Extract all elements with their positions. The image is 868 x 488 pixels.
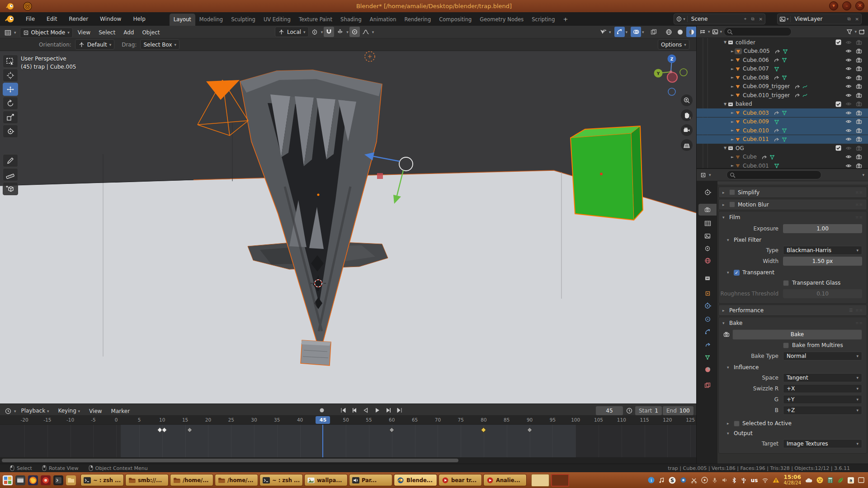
outliner-row-cube-007[interactable]: ► Cube.007: [697, 65, 868, 73]
object-name[interactable]: Cube.008: [743, 75, 769, 81]
subpanel-pixel-filter[interactable]: ▾Pixel Filter: [719, 235, 867, 244]
rotate-tool[interactable]: [3, 97, 18, 110]
properties-tab-output[interactable]: [698, 217, 717, 229]
tab-geometry-nodes[interactable]: Geometry Nodes: [476, 14, 528, 26]
skype-icon[interactable]: S: [669, 477, 676, 484]
properties-tab-texture[interactable]: [698, 379, 717, 391]
clock[interactable]: 15:064/28/24: [783, 474, 801, 486]
outliner-row-cube-009[interactable]: ► Cube.009: [697, 117, 868, 126]
taskbar-window-blende[interactable]: Blende...: [394, 474, 437, 486]
filter-type-dropdown[interactable]: Blackman-Harris▾: [783, 246, 862, 255]
object-name[interactable]: Cube.005: [744, 48, 770, 54]
shading-wireframe-icon[interactable]: [664, 27, 674, 37]
transparent-glass-checkbox[interactable]: [783, 280, 789, 286]
disable-in-render-icon[interactable]: [856, 119, 862, 124]
menu-edit[interactable]: Edit: [41, 12, 63, 26]
mode-dropdown[interactable]: Object Mode▾: [20, 28, 73, 38]
filter-width-field[interactable]: 1.50 px: [783, 257, 862, 266]
hide-collection-icon[interactable]: [845, 40, 852, 45]
menu-marker[interactable]: Marker: [107, 405, 134, 417]
outliner-row-cube-010-trigger[interactable]: ► Cube.010_trigger: [697, 91, 868, 99]
tab-rendering[interactable]: Rendering: [400, 14, 435, 26]
show-object-types-icon[interactable]: [598, 27, 608, 37]
object-name[interactable]: OG: [736, 145, 744, 151]
jump-to-end-button[interactable]: [394, 405, 405, 415]
proportional-editing-icon[interactable]: [349, 27, 360, 37]
panel-motion-blur[interactable]: ▸ Motion Blur⁙⁙: [718, 199, 867, 210]
minimize-button[interactable]: ▾: [829, 1, 838, 10]
prev-keyframe-button[interactable]: [349, 405, 359, 415]
viewport-menu-select[interactable]: Select: [94, 27, 119, 38]
taskbar-window-bear-tr[interactable]: bear tr...: [439, 474, 482, 486]
color-swatch-outline[interactable]: [551, 474, 569, 487]
motion-blur-checkbox[interactable]: [729, 202, 735, 207]
properties-tab-material[interactable]: [698, 364, 717, 375]
jump-to-start-button[interactable]: [338, 405, 348, 415]
disable-in-render-icon[interactable]: [856, 128, 862, 133]
properties-tab-scene[interactable]: [698, 243, 717, 254]
disable-in-render-icon[interactable]: [856, 110, 862, 116]
hide-in-viewport-icon[interactable]: [845, 136, 852, 142]
navigation-gizmo[interactable]: Z Y: [647, 52, 696, 97]
restore-button[interactable]: –: [842, 1, 851, 10]
bake-button[interactable]: Bake: [732, 329, 862, 340]
usb-icon[interactable]: [741, 477, 747, 483]
taskbar-window-home[interactable]: /home/...: [170, 474, 213, 486]
frame-start-field[interactable]: Start1: [635, 406, 662, 415]
hide-in-viewport-icon[interactable]: [845, 128, 852, 133]
files-icon[interactable]: [66, 475, 76, 485]
expand-arrow[interactable]: ►: [730, 93, 735, 97]
hide-in-viewport-icon[interactable]: [845, 75, 852, 80]
play-button[interactable]: [372, 405, 382, 415]
properties-search-input[interactable]: [726, 170, 821, 179]
subpanel-transparent[interactable]: ▾ ✓Transparent: [719, 267, 867, 277]
expand-arrow[interactable]: ►: [730, 67, 735, 71]
play-tray-icon[interactable]: [701, 477, 708, 483]
hide-in-viewport-icon[interactable]: [845, 110, 852, 116]
hide-in-viewport-icon[interactable]: [845, 154, 852, 160]
disable-in-render-icon[interactable]: [856, 136, 862, 142]
taskbar-window-smb[interactable]: smb://...: [125, 474, 169, 486]
object-name[interactable]: Cube.006: [743, 57, 769, 63]
swizzle-b-dropdown[interactable]: +Z▾: [783, 406, 862, 415]
disable-render-icon[interactable]: [856, 101, 862, 107]
subpanel-selected-to-active[interactable]: ▸ Selected to Active: [719, 418, 867, 428]
tab-compositing[interactable]: Compositing: [435, 14, 476, 26]
disable-in-render-icon[interactable]: [856, 75, 862, 80]
preview-range-clock-icon[interactable]: [624, 405, 634, 416]
expand-arrow[interactable]: ►: [730, 75, 735, 80]
warning-icon[interactable]: [773, 477, 779, 483]
sidebar-collapse-arrow[interactable]: ‹: [689, 114, 691, 121]
snap-toggle-icon[interactable]: [324, 27, 334, 37]
firefox-icon[interactable]: [28, 475, 38, 485]
red-app-icon[interactable]: [41, 475, 51, 485]
music-note-icon[interactable]: [659, 477, 665, 483]
zoom-icon[interactable]: [681, 94, 693, 106]
falloff-icon[interactable]: [361, 27, 371, 37]
move-tool[interactable]: [3, 83, 18, 96]
target-dropdown[interactable]: Image Textures▾: [783, 439, 862, 448]
object-name[interactable]: baked: [736, 101, 752, 107]
menu-render[interactable]: Render: [63, 12, 94, 26]
pivot-point-icon[interactable]: [310, 27, 320, 37]
object-name[interactable]: Cube.003: [743, 110, 769, 116]
properties-editor-icon[interactable]: [700, 172, 706, 178]
outliner-row-cube-005[interactable]: ► Cube.005: [697, 47, 868, 56]
scrollbar-thumb[interactable]: [2, 459, 458, 462]
camera-view-icon[interactable]: [681, 124, 693, 136]
outliner-row-cube-011[interactable]: ► Cube.011: [697, 135, 868, 144]
timeline-scrollbar[interactable]: [0, 457, 696, 464]
leaf-icon[interactable]: [837, 477, 844, 483]
expand-arrow[interactable]: ▼: [723, 40, 727, 44]
scene-name[interactable]: Scene: [688, 16, 742, 22]
roughness-threshold-field[interactable]: 0.10: [783, 289, 862, 298]
hide-in-viewport-icon[interactable]: [845, 48, 852, 54]
tab-texture-paint[interactable]: Texture Paint: [295, 14, 336, 26]
current-frame-indicator[interactable]: 45: [316, 416, 330, 424]
editor-type-icon[interactable]: [3, 28, 13, 38]
disable-render-icon[interactable]: [856, 40, 862, 45]
properties-tab-view-layer[interactable]: [698, 230, 717, 242]
timeline-ruler[interactable]: -20-15-10-505101520253035404550556065707…: [0, 416, 696, 425]
disable-in-render-icon[interactable]: [856, 57, 862, 63]
timeline-tracks[interactable]: [0, 425, 696, 457]
